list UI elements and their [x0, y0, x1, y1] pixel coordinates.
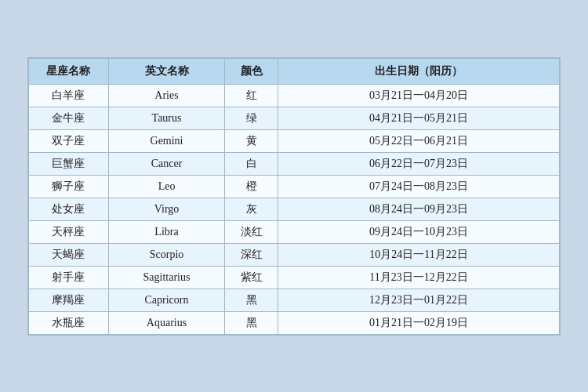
cell-chinese: 天蝎座 [29, 243, 109, 266]
cell-color: 黄 [225, 129, 278, 152]
cell-date: 10月24日一11月22日 [278, 243, 560, 266]
table-row: 射手座Sagittarius紫红11月23日一12月22日 [29, 266, 560, 289]
table-row: 双子座Gemini黄05月22日一06月21日 [29, 129, 560, 152]
table-row: 狮子座Leo橙07月24日一08月23日 [29, 175, 560, 198]
table-body: 白羊座Aries红03月21日一04月20日金牛座Taurus绿04月21日一0… [29, 84, 560, 334]
cell-english: Virgo [108, 198, 225, 220]
table-row: 摩羯座Capricorn黑12月23日一01月22日 [29, 289, 560, 311]
cell-color: 白 [225, 152, 278, 175]
cell-date: 05月22日一06月21日 [278, 129, 560, 152]
table-row: 白羊座Aries红03月21日一04月20日 [29, 84, 560, 107]
cell-chinese: 巨蟹座 [29, 152, 109, 175]
header-color: 颜色 [225, 58, 278, 84]
cell-english: Libra [108, 220, 225, 243]
table-row: 天蝎座Scorpio深红10月24日一11月22日 [29, 243, 560, 266]
table-row: 金牛座Taurus绿04月21日一05月21日 [29, 107, 560, 129]
cell-chinese: 金牛座 [29, 107, 109, 129]
cell-english: Cancer [108, 152, 225, 175]
table-row: 巨蟹座Cancer白06月22日一07月23日 [29, 152, 560, 175]
cell-date: 09月24日一10月23日 [278, 220, 560, 243]
cell-english: Capricorn [108, 289, 225, 311]
cell-date: 11月23日一12月22日 [278, 266, 560, 289]
cell-color: 红 [225, 84, 278, 107]
cell-color: 橙 [225, 175, 278, 198]
cell-date: 08月24日一09月23日 [278, 198, 560, 220]
cell-date: 06月22日一07月23日 [278, 152, 560, 175]
cell-date: 03月21日一04月20日 [278, 84, 560, 107]
cell-chinese: 处女座 [29, 198, 109, 220]
table-row: 天秤座Libra淡红09月24日一10月23日 [29, 220, 560, 243]
cell-english: Sagittarius [108, 266, 225, 289]
header-date: 出生日期（阳历） [278, 58, 560, 84]
cell-color: 黑 [225, 311, 278, 334]
cell-color: 淡红 [225, 220, 278, 243]
cell-english: Taurus [108, 107, 225, 129]
cell-chinese: 水瓶座 [29, 311, 109, 334]
cell-color: 绿 [225, 107, 278, 129]
cell-date: 12月23日一01月22日 [278, 289, 560, 311]
cell-english: Gemini [108, 129, 225, 152]
cell-chinese: 射手座 [29, 266, 109, 289]
zodiac-table-container: 星座名称 英文名称 颜色 出生日期（阳历） 白羊座Aries红03月21日一04… [27, 57, 561, 336]
header-chinese: 星座名称 [29, 58, 109, 84]
cell-color: 紫红 [225, 266, 278, 289]
table-row: 水瓶座Aquarius黑01月21日一02月19日 [29, 311, 560, 334]
cell-chinese: 摩羯座 [29, 289, 109, 311]
cell-chinese: 白羊座 [29, 84, 109, 107]
zodiac-table: 星座名称 英文名称 颜色 出生日期（阳历） 白羊座Aries红03月21日一04… [28, 58, 560, 335]
cell-color: 深红 [225, 243, 278, 266]
cell-date: 07月24日一08月23日 [278, 175, 560, 198]
cell-chinese: 狮子座 [29, 175, 109, 198]
cell-color: 黑 [225, 289, 278, 311]
cell-chinese: 双子座 [29, 129, 109, 152]
cell-date: 04月21日一05月21日 [278, 107, 560, 129]
cell-english: Scorpio [108, 243, 225, 266]
header-english: 英文名称 [108, 58, 225, 84]
table-header-row: 星座名称 英文名称 颜色 出生日期（阳历） [29, 58, 560, 84]
cell-english: Aries [108, 84, 225, 107]
table-row: 处女座Virgo灰08月24日一09月23日 [29, 198, 560, 220]
cell-english: Aquarius [108, 311, 225, 334]
cell-date: 01月21日一02月19日 [278, 311, 560, 334]
cell-english: Leo [108, 175, 225, 198]
cell-color: 灰 [225, 198, 278, 220]
cell-chinese: 天秤座 [29, 220, 109, 243]
